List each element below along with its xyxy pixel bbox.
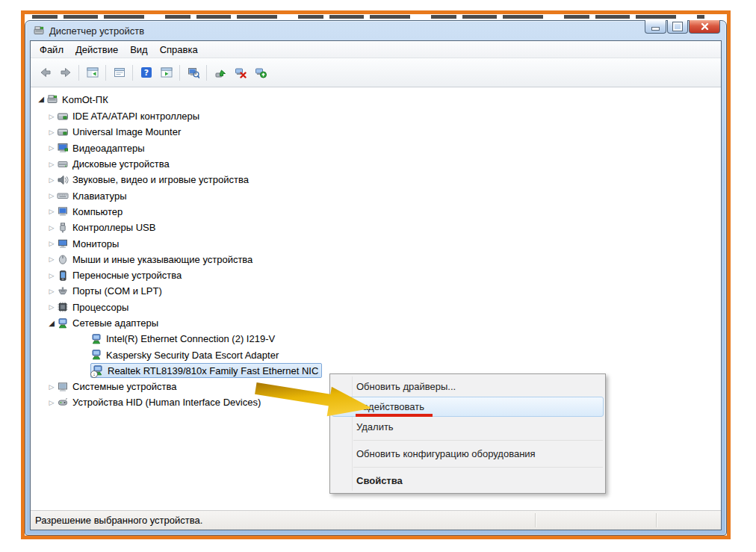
tree-item[interactable]: ▷Порты (COM и LPT) [31,283,721,299]
network-adapter-icon [90,333,102,345]
ide-controller-icon [57,111,69,123]
tree-item[interactable]: Kaspersky Security Data Escort Adapter [31,347,721,362]
expander-collapsed-icon[interactable]: ▷ [46,127,57,137]
expander-collapsed-icon[interactable]: ▷ [46,382,57,392]
context-menu: Обновить драйверы...ЗадействоватьУдалить… [329,373,606,494]
menu-separator [353,440,603,441]
expander-collapsed-icon[interactable]: ▷ [46,223,57,233]
tree-item-label: Звуковые, видео и игровые устройства [72,174,249,185]
expander-collapsed-icon[interactable]: ▷ [46,175,57,185]
monitor-icon [57,238,69,249]
tree-item[interactable]: ▷Контроллеры USB [31,220,721,235]
svg-text:?: ? [143,68,148,78]
tree-item[interactable]: ▷Дисковые устройства [31,156,721,172]
enable-device-icon [255,66,267,78]
tree-item[interactable]: ▷Процессоры [31,300,721,315]
expander-collapsed-icon[interactable]: ▷ [46,286,57,297]
expander-collapsed-icon[interactable]: ▷ [46,159,57,170]
tree-item[interactable]: ◢KomOt-ПК [31,90,721,108]
tree-item-label: Kaspersky Security Data Escort Adapter [106,350,279,361]
processor-icon [57,301,69,313]
tree-item[interactable]: ▷Компьютер [31,204,721,220]
toolbar-show-action-pane-button[interactable] [156,63,176,83]
menubar-item-action[interactable]: Действие [69,43,124,57]
menu-bar: ФайлДействиеВидСправка [31,41,721,58]
toolbar-back-button[interactable] [35,63,55,83]
toolbar: ? [31,58,721,87]
expander-collapsed-icon[interactable]: ▷ [46,270,57,281]
expander-collapsed-icon[interactable]: ▷ [46,238,57,249]
expander-collapsed-icon[interactable]: ▷ [46,143,57,153]
expander-expanded-icon[interactable]: ◢ [46,318,57,329]
toolbar-properties-button[interactable] [109,63,129,83]
disabled-overlay-icon: ↓ [90,370,98,378]
hid-device-icon [57,397,69,409]
statusbar-divider [656,513,657,527]
toolbar-update-driver-software-button[interactable] [210,63,230,83]
tree-item[interactable]: ▷Мыши и иные указывающие устройства [31,252,721,267]
menubar-item-help[interactable]: Справка [154,43,204,57]
toolbar-separator [206,65,207,81]
cropped-text-strip [32,15,704,19]
expander-collapsed-icon[interactable]: ▷ [46,254,57,264]
network-adapter-disabled-icon: ↓ [92,365,104,376]
minimize-button[interactable] [645,20,666,34]
tree-item-label: Порты (COM и LPT) [72,285,162,297]
video-adapter-icon [57,142,69,154]
sound-device-icon [57,174,69,186]
expander-collapsed-icon[interactable]: ▷ [46,206,57,217]
tree-item[interactable]: ▷IDE ATA/ATAPI контроллеры [31,108,721,124]
statusbar-divider [535,513,536,527]
menu-item-2[interactable]: Удалить [332,417,604,437]
show-console-tree-icon [87,66,99,78]
selected-tree-item[interactable]: ↓Realtek RTL8139/810x Family Fast Ethern… [90,363,322,378]
minimize-icon [651,27,660,31]
toolbar-show-console-tree-button[interactable] [82,63,102,83]
tree-item-label: Видеоадаптеры [72,143,145,154]
toolbar-uninstall-device-button[interactable] [230,63,250,83]
tree-item[interactable]: ▷Клавиатуры [31,187,721,203]
expander-collapsed-icon[interactable]: ▷ [46,302,57,312]
toolbar-separator [179,65,180,81]
status-bar: Разрешение выбранного устройства. [31,510,721,530]
tree-item-label: KomOt-ПК [62,94,108,105]
expander-collapsed-icon[interactable]: ▷ [46,397,57,408]
menubar-item-view[interactable]: Вид [124,43,154,57]
tree-item-label: Сетевые адаптеры [72,317,158,329]
menu-item-4[interactable]: Обновить конфигурацию оборудования [332,444,604,464]
expander-collapsed-icon[interactable]: ▷ [46,190,57,201]
screenshot: Диспетчер устройств ФайлДействиеВидСправ… [0,0,756,552]
toolbar-separator [78,65,79,81]
titlebar[interactable]: Диспетчер устройств [30,21,722,40]
toolbar-scan-hardware-changes-button[interactable] [183,63,203,83]
expander-collapsed-icon[interactable]: ▷ [46,111,57,122]
show-action-pane-icon [161,66,173,78]
tree-item-label: Мыши и иные указывающие устройства [72,254,252,265]
computer-icon [57,205,69,217]
tree-item-label: Realtek RTL8139/810x Family Fast Etherne… [108,365,318,376]
close-button[interactable] [689,20,720,34]
toolbar-help-button[interactable]: ? [136,63,156,83]
tree-item[interactable]: ◢Сетевые адаптеры [31,315,721,331]
maximize-button[interactable] [667,20,688,34]
tree-item-label: Клавиатуры [72,190,127,202]
menu-item-1[interactable]: Задействовать [332,397,604,417]
keyboard-icon [57,190,69,202]
network-adapter-icon [57,317,69,329]
menubar-item-file[interactable]: Файл [34,43,69,57]
tree-item[interactable]: ▷Мониторы [31,235,721,251]
toolbar-forward-button[interactable] [55,63,75,83]
expander-expanded-icon[interactable]: ◢ [36,94,46,105]
tree-item[interactable]: ▷Звуковые, видео и игровые устройства [31,172,721,187]
toolbar-enable-device-button[interactable] [250,63,270,83]
tree-item[interactable]: ▷Universal Image Mounter [31,124,721,140]
toolbar-separator [132,65,133,81]
tree-item-label: Контроллеры USB [72,222,155,233]
tree-item[interactable]: Intel(R) Ethernet Connection (2) I219-V [31,331,721,347]
tree-item-label: Дисковые устройства [72,158,170,170]
menu-item-6[interactable]: Свойства [332,471,604,491]
tree-item[interactable]: ▷Видеоадаптеры [31,140,721,156]
toolbar-separator [105,65,106,81]
menu-item-0[interactable]: Обновить драйверы... [332,376,604,397]
tree-item[interactable]: ▷Переносные устройства [31,267,721,283]
